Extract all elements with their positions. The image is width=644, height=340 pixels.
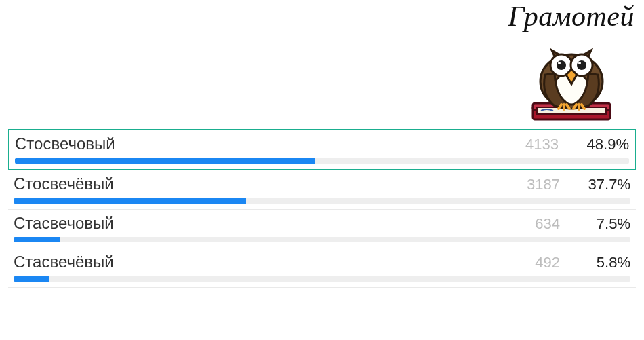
- svg-point-7: [557, 60, 566, 70]
- svg-point-10: [578, 62, 581, 64]
- poll-results: Стосвечовый 4133 48.9% Стосвечёвый 3187 …: [0, 129, 644, 288]
- option-percent: 7.5%: [576, 215, 630, 233]
- option-row[interactable]: Стосвечёвый 3187 37.7%: [8, 170, 636, 210]
- option-count: 634: [499, 215, 560, 233]
- owl-on-book-icon: [521, 31, 622, 126]
- progress-bar-fill: [14, 276, 49, 282]
- progress-bar-fill: [14, 198, 246, 204]
- option-percent: 48.9%: [575, 136, 629, 153]
- option-percent: 5.8%: [576, 254, 630, 271]
- progress-bar: [14, 276, 630, 282]
- svg-point-8: [577, 60, 586, 70]
- option-row[interactable]: Стасвечовый 634 7.5%: [8, 209, 636, 249]
- progress-bar-fill: [14, 237, 60, 242]
- option-count: 4133: [498, 136, 559, 153]
- option-percent: 37.7%: [576, 176, 630, 193]
- svg-point-9: [558, 62, 561, 64]
- option-count: 492: [499, 254, 560, 271]
- header: Грамотей: [0, 0, 644, 129]
- progress-bar: [15, 158, 629, 164]
- brand: Грамотей: [508, 0, 635, 129]
- progress-bar: [14, 237, 630, 242]
- option-label: Стасвечовый: [14, 214, 499, 233]
- option-label: Стосвечёвый: [14, 174, 499, 194]
- option-count: 3187: [499, 176, 560, 193]
- progress-bar-fill: [15, 158, 315, 164]
- brand-title: Грамотей: [508, 0, 635, 33]
- option-label: Стосвечовый: [15, 134, 498, 154]
- option-label: Стасвечёвый: [14, 252, 499, 272]
- option-row[interactable]: Стасвечёвый 492 5.8%: [8, 248, 636, 288]
- option-row[interactable]: Стосвечовый 4133 48.9%: [8, 129, 636, 170]
- progress-bar: [14, 198, 630, 204]
